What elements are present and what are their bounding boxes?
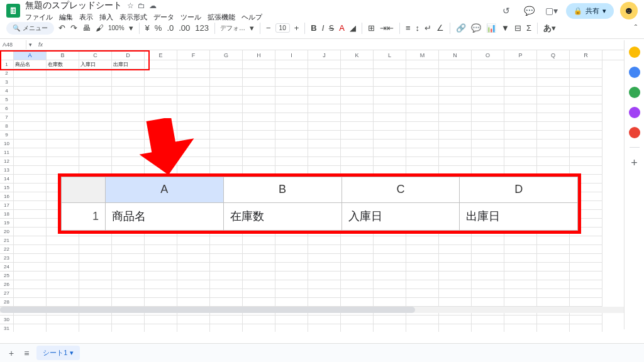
cell[interactable] xyxy=(243,263,275,272)
cell[interactable] xyxy=(79,131,112,140)
cell[interactable] xyxy=(243,87,275,96)
cell[interactable] xyxy=(341,104,374,113)
cell[interactable] xyxy=(243,298,275,307)
cell[interactable] xyxy=(14,157,47,166)
cell[interactable] xyxy=(374,280,406,289)
cell[interactable] xyxy=(177,69,210,78)
cell[interactable] xyxy=(570,236,602,245)
cell[interactable] xyxy=(308,324,341,332)
cell[interactable] xyxy=(112,113,145,122)
cell[interactable] xyxy=(504,254,537,263)
cell[interactable] xyxy=(210,96,243,104)
cell[interactable] xyxy=(14,166,47,175)
cell[interactable] xyxy=(210,289,243,298)
cell[interactable] xyxy=(145,60,177,69)
row-header[interactable]: 9 xyxy=(0,131,14,140)
cell[interactable] xyxy=(112,289,145,298)
cell[interactable] xyxy=(243,192,275,201)
cell[interactable] xyxy=(341,69,374,78)
cell[interactable] xyxy=(47,263,79,272)
cell[interactable] xyxy=(504,87,537,96)
cell[interactable] xyxy=(439,219,472,228)
cell[interactable] xyxy=(504,148,537,157)
cell[interactable] xyxy=(504,324,537,332)
select-all-corner[interactable] xyxy=(0,50,14,60)
cell[interactable] xyxy=(570,228,602,236)
cell[interactable] xyxy=(210,60,243,69)
cell[interactable] xyxy=(177,87,210,96)
cell[interactable] xyxy=(112,157,145,166)
cell[interactable] xyxy=(275,254,308,263)
cell[interactable] xyxy=(47,78,79,87)
cell[interactable] xyxy=(472,148,504,157)
cell[interactable] xyxy=(570,140,602,148)
cell[interactable] xyxy=(570,60,602,69)
cell[interactable] xyxy=(472,104,504,113)
cell[interactable] xyxy=(79,254,112,263)
cell[interactable] xyxy=(79,166,112,175)
cell[interactable] xyxy=(14,315,47,324)
cell[interactable] xyxy=(341,96,374,104)
cell[interactable] xyxy=(439,210,472,219)
cell[interactable] xyxy=(308,113,341,122)
cell[interactable] xyxy=(570,131,602,140)
cell[interactable] xyxy=(47,87,79,96)
cell[interactable] xyxy=(14,78,47,87)
cell[interactable] xyxy=(275,104,308,113)
cell[interactable] xyxy=(374,104,406,113)
menu-view[interactable]: 表示 xyxy=(79,13,93,22)
cell[interactable] xyxy=(112,280,145,289)
cell[interactable] xyxy=(537,184,570,192)
cell[interactable] xyxy=(374,228,406,236)
cell[interactable] xyxy=(504,298,537,307)
cell[interactable] xyxy=(504,96,537,104)
cell[interactable] xyxy=(112,78,145,87)
bold-icon[interactable]: B xyxy=(310,23,317,33)
col-header-f[interactable]: F xyxy=(177,50,210,60)
cell[interactable] xyxy=(243,140,275,148)
cell[interactable] xyxy=(570,315,602,324)
cell[interactable] xyxy=(275,166,308,175)
cell[interactable] xyxy=(145,148,177,157)
undo-icon[interactable]: ↶ xyxy=(58,23,66,33)
cell[interactable] xyxy=(14,263,47,272)
cell[interactable] xyxy=(472,228,504,236)
cell[interactable] xyxy=(374,87,406,96)
cell[interactable] xyxy=(145,192,177,201)
cell[interactable] xyxy=(504,78,537,87)
cell[interactable] xyxy=(374,60,406,69)
cell[interactable] xyxy=(243,157,275,166)
cell[interactable]: 出庫日 xyxy=(112,60,145,69)
cell[interactable] xyxy=(275,210,308,219)
cell[interactable] xyxy=(439,236,472,245)
row-header[interactable]: 17 xyxy=(0,201,14,210)
cell[interactable] xyxy=(145,298,177,307)
cell[interactable] xyxy=(79,184,112,192)
percent-icon[interactable]: % xyxy=(154,23,163,33)
cell[interactable] xyxy=(112,184,145,192)
font-increase-icon[interactable]: + xyxy=(294,23,300,33)
cell[interactable] xyxy=(243,148,275,157)
cell[interactable] xyxy=(341,228,374,236)
cell[interactable] xyxy=(275,201,308,210)
cell[interactable] xyxy=(177,148,210,157)
cell[interactable] xyxy=(570,289,602,298)
cell[interactable] xyxy=(406,219,439,228)
cell[interactable] xyxy=(537,148,570,157)
cell[interactable] xyxy=(145,157,177,166)
cell[interactable] xyxy=(406,131,439,140)
cell[interactable] xyxy=(210,201,243,210)
row-header[interactable]: 1 xyxy=(0,60,14,69)
cell[interactable]: 在庫数 xyxy=(47,60,79,69)
cell[interactable] xyxy=(243,228,275,236)
row-header[interactable]: 5 xyxy=(0,96,14,104)
cell[interactable] xyxy=(177,263,210,272)
cell[interactable] xyxy=(406,184,439,192)
cell[interactable] xyxy=(374,96,406,104)
cell[interactable] xyxy=(275,60,308,69)
cell[interactable] xyxy=(243,254,275,263)
cell[interactable] xyxy=(570,263,602,272)
cell[interactable] xyxy=(210,236,243,245)
borders-icon[interactable]: ⊞ xyxy=(367,23,375,33)
menu-edit[interactable]: 編集 xyxy=(59,13,73,22)
